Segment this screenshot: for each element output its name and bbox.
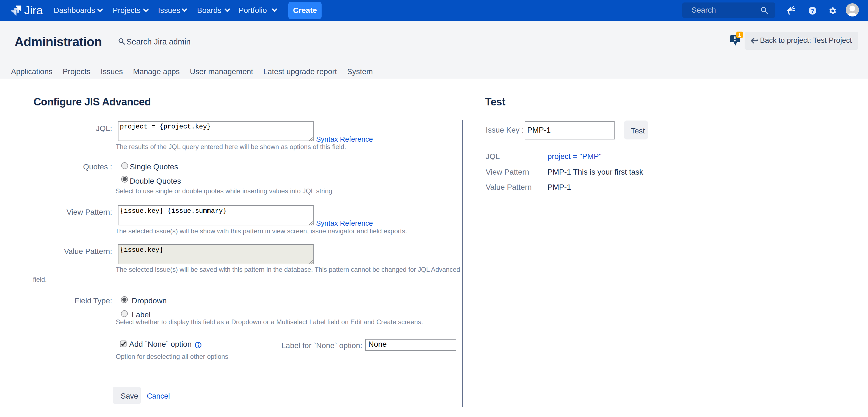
svg-text:?: ?: [811, 8, 814, 14]
svg-text:1: 1: [738, 32, 741, 38]
